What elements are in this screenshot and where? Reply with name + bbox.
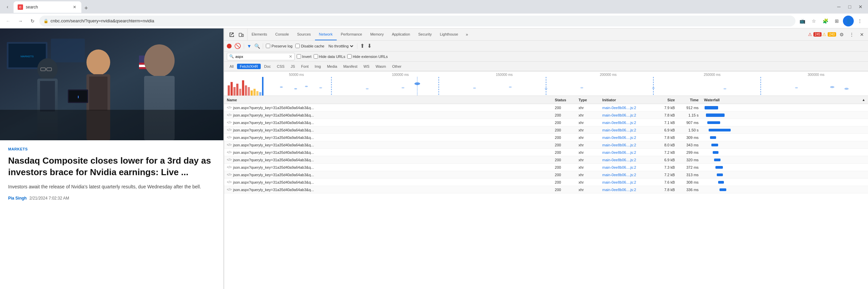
td-initiator-3[interactable]: main-0ee8b06....js:2 xyxy=(599,128,654,132)
type-btn-media[interactable]: Media xyxy=(324,64,340,69)
table-row[interactable]: </> json.aspx?queryly_key=31a35d40a9a64a… xyxy=(224,141,868,149)
type-btn-wasm[interactable]: Wasm xyxy=(373,64,389,69)
th-status[interactable]: Status xyxy=(552,98,576,102)
export-har-button[interactable]: ⬇ xyxy=(367,43,372,49)
menu-button[interactable]: ⋮ xyxy=(854,16,865,26)
import-har-button[interactable]: ⬆ xyxy=(360,43,364,49)
td-type-2: xhr xyxy=(576,121,599,125)
tab-memory[interactable]: Memory xyxy=(366,29,388,40)
filter-toggle-button[interactable]: ▼ xyxy=(247,43,252,49)
th-time[interactable]: Time xyxy=(677,98,701,102)
td-initiator-0[interactable]: main-0ee8b06....js:2 xyxy=(599,106,654,110)
tab-security[interactable]: Security xyxy=(414,29,436,40)
tab-network[interactable]: Network xyxy=(315,29,337,40)
table-row[interactable]: </> json.aspx?queryly_key=31a35d40a9a64a… xyxy=(224,164,868,171)
type-btn-fetch-xhr[interactable]: Fetch/XHR xyxy=(237,64,261,69)
hide-data-urls-label[interactable]: Hide data URLs xyxy=(314,54,346,59)
preserve-log-label[interactable]: Preserve log xyxy=(266,44,293,48)
type-btn-css[interactable]: CSS xyxy=(274,64,288,69)
close-button[interactable]: ✕ xyxy=(856,2,865,12)
th-size[interactable]: Size xyxy=(654,98,677,102)
devtools-settings-button[interactable]: ⚙ xyxy=(837,30,846,39)
table-row[interactable]: </> json.aspx?queryly_key=31a35d40a9a64a… xyxy=(224,179,868,186)
svg-point-53 xyxy=(509,86,512,88)
type-btn-ws[interactable]: WS xyxy=(361,64,372,69)
td-initiator-7[interactable]: main-0ee8b06....js:2 xyxy=(599,158,654,162)
tab-close-button[interactable]: ✕ xyxy=(72,4,77,10)
td-size-1: 7.8 kB xyxy=(654,113,677,117)
extensions-button[interactable]: 🧩 xyxy=(820,16,831,26)
tab-elements[interactable]: Elements xyxy=(248,29,271,40)
type-btn-other[interactable]: Other xyxy=(389,64,404,69)
error-indicator: ⚠ 245 xyxy=(808,32,822,37)
th-name[interactable]: Name xyxy=(224,98,552,102)
type-btn-manifest[interactable]: Manifest xyxy=(340,64,360,69)
inspect-element-button[interactable] xyxy=(227,30,236,39)
hide-extension-urls-checkbox[interactable] xyxy=(347,54,352,59)
filter-input[interactable] xyxy=(235,55,288,59)
preserve-log-checkbox[interactable] xyxy=(266,44,270,48)
svg-rect-4 xyxy=(51,39,85,62)
th-initiator[interactable]: Initiator xyxy=(599,98,654,102)
td-initiator-10[interactable]: main-0ee8b06....js:2 xyxy=(599,180,654,184)
table-row[interactable]: </> json.aspx?queryly_key=31a35d40a9a64a… xyxy=(224,186,868,193)
sidebar-button[interactable]: ⊞ xyxy=(831,16,842,26)
bookmark-button[interactable]: ☆ xyxy=(808,16,819,26)
record-button[interactable] xyxy=(227,44,232,48)
more-tabs-button[interactable]: » xyxy=(462,30,472,39)
type-btn-font[interactable]: Font xyxy=(298,64,311,69)
tab-nav-prev[interactable]: ‹ xyxy=(3,2,12,12)
td-initiator-11[interactable]: main-0ee8b06....js:2 xyxy=(599,188,654,192)
type-btn-all[interactable]: All xyxy=(227,64,236,69)
table-row[interactable]: </> json.aspx?queryly_key=31a35d40a9a64a… xyxy=(224,134,868,141)
table-row[interactable]: </> json.aspx?queryly_key=31a35d40a9a64a… xyxy=(224,126,868,134)
maximize-button[interactable]: □ xyxy=(845,2,854,12)
cast-button[interactable]: 📺 xyxy=(797,16,808,26)
tab-sources[interactable]: Sources xyxy=(293,29,315,40)
active-tab[interactable]: C search ✕ xyxy=(14,1,81,13)
reload-button[interactable]: ↻ xyxy=(27,16,38,26)
disable-cache-checkbox[interactable] xyxy=(295,44,300,48)
devtools-close-button[interactable]: ✕ xyxy=(857,30,867,39)
table-row[interactable]: </> json.aspx?queryly_key=31a35d40a9a64a… xyxy=(224,111,868,119)
td-initiator-5[interactable]: main-0ee8b06....js:2 xyxy=(599,143,654,147)
tab-console[interactable]: Console xyxy=(271,29,293,40)
device-toolbar-button[interactable] xyxy=(236,30,246,39)
svg-point-45 xyxy=(294,88,297,89)
td-initiator-9[interactable]: main-0ee8b06....js:2 xyxy=(599,173,654,177)
devtools-more-button[interactable]: ⋮ xyxy=(847,30,856,39)
type-btn-doc[interactable]: Doc xyxy=(261,64,274,69)
th-waterfall: Waterfall ▲ xyxy=(701,98,868,102)
invert-label[interactable]: Invert xyxy=(297,54,312,59)
table-row[interactable]: </> json.aspx?queryly_key=31a35d40a9a64a… xyxy=(224,119,868,126)
hide-data-urls-checkbox[interactable] xyxy=(314,54,318,59)
disable-cache-label[interactable]: Disable cache xyxy=(295,44,324,48)
filter-clear-button[interactable]: ✕ xyxy=(289,54,292,59)
table-row[interactable]: </> json.aspx?queryly_key=31a35d40a9a64a… xyxy=(224,171,868,179)
table-row[interactable]: </> json.aspx?queryly_key=31a35d40a9a64a… xyxy=(224,104,868,111)
td-initiator-4[interactable]: main-0ee8b06....js:2 xyxy=(599,136,654,140)
table-row[interactable]: </> json.aspx?queryly_key=31a35d40a9a64a… xyxy=(224,149,868,156)
table-row[interactable]: </> json.aspx?queryly_key=31a35d40a9a64a… xyxy=(224,156,868,164)
invert-checkbox[interactable] xyxy=(297,54,301,59)
tab-application[interactable]: Application xyxy=(388,29,414,40)
profile-avatar[interactable]: 👤 xyxy=(843,16,854,26)
td-initiator-8[interactable]: main-0ee8b06....js:2 xyxy=(599,165,654,169)
back-button[interactable]: ← xyxy=(3,16,14,26)
td-initiator-2[interactable]: main-0ee8b06....js:2 xyxy=(599,121,654,125)
hide-extension-urls-label[interactable]: Hide extension URLs xyxy=(347,54,388,59)
tab-lighthouse[interactable]: Lighthouse xyxy=(436,29,462,40)
throttle-select[interactable]: No throttling xyxy=(327,44,354,48)
td-initiator-1[interactable]: main-0ee8b06....js:2 xyxy=(599,113,654,117)
type-btn-img[interactable]: Img xyxy=(312,64,323,69)
clear-button[interactable]: 🚫 xyxy=(234,43,241,49)
type-btn-js[interactable]: JS xyxy=(288,64,298,69)
minimize-button[interactable]: ─ xyxy=(834,2,844,12)
forward-button[interactable]: → xyxy=(15,16,26,26)
th-type[interactable]: Type xyxy=(576,98,599,102)
new-tab-button[interactable]: + xyxy=(81,3,91,13)
td-initiator-6[interactable]: main-0ee8b06....js:2 xyxy=(599,150,654,154)
tab-performance[interactable]: Performance xyxy=(337,29,366,40)
address-input-wrap[interactable]: 🔒 cnbc.com/search/?query=nvidia&qsearcht… xyxy=(39,16,795,26)
search-button[interactable]: 🔍 xyxy=(254,43,260,49)
